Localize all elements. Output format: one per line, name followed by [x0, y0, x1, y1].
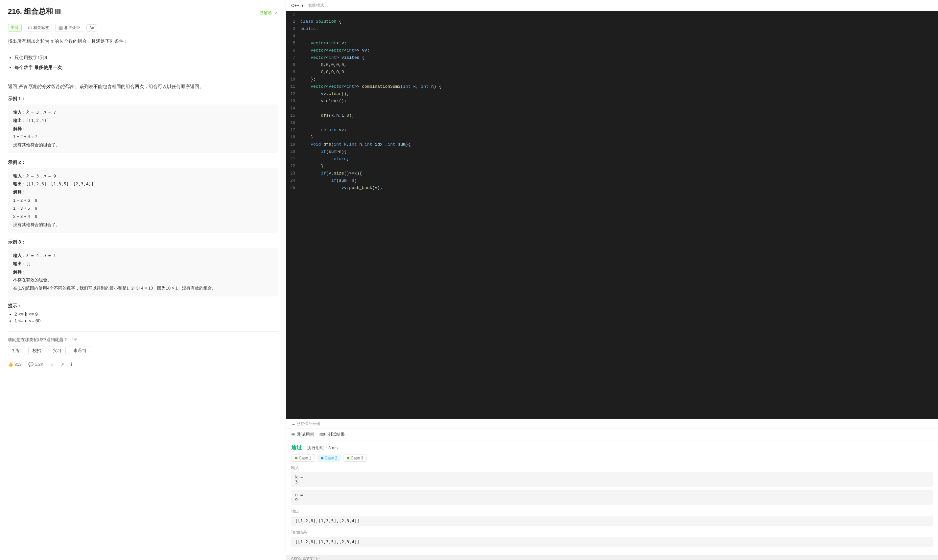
footer-stats: 👍 813 💬 1.2K ☆ ↗ ℹ [8, 362, 278, 367]
output-box: [[1,2,6],[1,3,5],[2,3,4]] [291, 515, 933, 526]
code-line-23: 23 if(v.size()>=k){ [286, 170, 938, 177]
company-button[interactable]: 🏢 相关企业 [55, 24, 83, 32]
comments-count: 1.2K [35, 362, 44, 367]
font-label: Aα [89, 26, 94, 30]
test-content: 通过 执行用时：3 ms Case 1 Case 2 Case 3 [286, 440, 938, 555]
code-line-13: 13 v.clear(); [286, 98, 938, 105]
example-3-explanation-2: 在[1,9]范围内使用4个不同的数字，我们可以得到的最小和是1+2+3+4 = … [13, 284, 272, 292]
hints-title: 提示： [8, 303, 278, 309]
case-tab-2[interactable]: Case 2 [317, 454, 340, 462]
survey-option-2[interactable]: 校招 [28, 346, 45, 355]
mode-btn[interactable]: 智能模式 [308, 3, 324, 8]
return-desc: 返回 所有可能的有效组合的列表 。该列表不能包含相同的组合两次，组合可以以任何顺… [8, 83, 278, 91]
case-1-dot [295, 457, 297, 460]
example-3: 示例 3： 输入：k = 4，n = 1 输出：[] 解释： 不存在有效的组合。… [8, 239, 278, 296]
desc-main: 找出所有相加之和为 n 的 k 个数的组合，且满足下列条件： [8, 37, 278, 45]
input-section: 输入 k = 3 n = 9 [291, 465, 933, 505]
case-tab-1[interactable]: Case 1 [291, 454, 315, 462]
hints-list: 2 <= k <= 9 1 <= n <= 60 [14, 312, 278, 323]
survey-option-4[interactable]: 未遇到 [69, 346, 91, 355]
example-1: 示例 1： 输入：k = 3，n = 7 输出：[[1,2,4]] 解释： 1 … [8, 96, 278, 153]
code-line-25: 25 vv.push_back(v); [286, 185, 938, 192]
info-icon: ℹ [71, 362, 72, 367]
case-3-label: Case 3 [351, 456, 363, 460]
case-tab-3[interactable]: Case 3 [343, 454, 367, 462]
code-line-20: 20 if(sum>n){ [286, 149, 938, 156]
editor-header: C++ ▾ 智能模式 [286, 0, 938, 11]
code-line-24: 24 if(sum==n) [286, 177, 938, 185]
info-stat[interactable]: ℹ [71, 362, 72, 367]
hint-1: 2 <= k <= 9 [14, 312, 278, 317]
condition-1: 只使用数字1到9 [14, 54, 278, 62]
code-line-19: 19 void dfs(int k,int n,int idx ,int sum… [286, 141, 938, 149]
survey-option-3[interactable]: 实习 [49, 346, 66, 355]
code-line-16: 16 [286, 120, 938, 127]
likes-stat[interactable]: 👍 813 [8, 362, 22, 367]
thumbs-up-icon: 👍 [8, 362, 13, 367]
expected-section: 预期结果 [[1,2,6],[1,3,5],[2,3,4]] [291, 530, 933, 547]
example-1-explanation-1: 1 + 2 + 4 = 7 [13, 133, 272, 141]
code-line-7: 7 vector<int> visited={ [286, 55, 938, 62]
comment-icon: 💬 [28, 362, 34, 367]
n-box: n = 9 [291, 490, 933, 505]
problem-header: 216. 组合总和 III 已解答 ✓ [8, 6, 278, 20]
code-line-8: 8 0,0,0,0,0, [286, 62, 938, 69]
share-icon: ↗ [60, 362, 64, 367]
survey-option-1[interactable]: 社招 [8, 346, 25, 355]
exec-time: 执行用时：3 ms [307, 445, 338, 451]
case-1-label: Case 1 [299, 456, 311, 460]
star-stat[interactable]: ☆ [50, 362, 54, 367]
result-row: 通过 执行用时：3 ms [291, 444, 933, 451]
pass-badge: 通过 [291, 444, 302, 451]
input-label: 输入 [291, 465, 933, 471]
attribution: CSDN @某某用户 [291, 556, 320, 560]
example-1-title: 示例 1： [8, 96, 278, 102]
checklist-icon: ☰ [291, 432, 295, 437]
test-cases-label: 测试用例 [297, 431, 314, 437]
case-tabs: Case 1 Case 2 Case 3 [291, 454, 933, 462]
code-line-10: 10 }; [286, 76, 938, 83]
cloud-icon: ☁ [291, 422, 295, 426]
problem-panel: 216. 组合总和 III 已解答 ✓ 中等 🏷 相关标签 🏢 相关企业 Aα … [0, 0, 286, 560]
conditions-list: 只使用数字1到9 每个数字 最多使用一次 [14, 54, 278, 71]
example-3-output: 输出：[] [13, 260, 272, 268]
code-area: 1 2 class Solution { 3 public: 4 5 vecto… [286, 11, 938, 192]
code-line-18: 18 } [286, 134, 938, 141]
code-line-2: 2 class Solution { [286, 18, 938, 26]
expected-box: [[1,2,6],[1,3,5],[2,3,4]] [291, 537, 933, 547]
survey-page: 1/5 [72, 337, 78, 342]
language-selector[interactable]: C++ ▾ 智能模式 [291, 3, 324, 8]
code-editor[interactable]: 1 2 class Solution { 3 public: 4 5 vecto… [286, 11, 938, 419]
bold-condition: 最多使用一次 [34, 65, 62, 70]
expected-label: 预期结果 [291, 530, 933, 535]
comments-stat[interactable]: 💬 1.2K [28, 362, 44, 367]
example-1-box: 输入：k = 3，n = 7 输出：[[1,2,4]] 解释： 1 + 2 + … [8, 105, 278, 153]
case-3-dot [347, 457, 349, 460]
company-label: 相关企业 [65, 25, 80, 31]
problem-title: 216. 组合总和 III [8, 6, 61, 17]
k-value: 3 [295, 480, 929, 485]
output-value: [[1,2,6],[1,3,5],[2,3,4]] [295, 518, 360, 523]
example-2-explanation-title: 解释： [13, 188, 272, 197]
example-3-title: 示例 3： [8, 239, 278, 245]
share-stat[interactable]: ↗ [60, 362, 64, 367]
output-section: 输出 [[1,2,6],[1,3,5],[2,3,4]] [291, 509, 933, 526]
font-button[interactable]: Aα [86, 24, 97, 32]
tags-button[interactable]: 🏷 相关标签 [25, 24, 52, 32]
solved-label: 已解答 [259, 10, 272, 16]
example-2-title: 示例 2： [8, 160, 278, 166]
code-line-3: 3 public: [286, 26, 938, 33]
editor-footer: ☁ 已存储至云端 [286, 419, 938, 429]
hints-section: 提示： 2 <= k <= 9 1 <= n <= 60 [8, 303, 278, 323]
tab-test-cases[interactable]: ☰ 测试用例 [291, 431, 314, 437]
tab-test-results[interactable]: ⌨ 测试结果 [320, 431, 345, 437]
return-italic: 所有可能的有效组合的列表 [18, 84, 74, 89]
code-line-17: 17 return vv; [286, 127, 938, 134]
code-line-4: 4 [286, 33, 938, 40]
tags-label: 相关标签 [33, 25, 49, 31]
example-3-explanation-title: 解释： [13, 268, 272, 276]
solved-badge: 已解答 ✓ [259, 10, 278, 16]
example-3-explanation-1: 不存在有效的组合。 [13, 276, 272, 284]
problem-description: 找出所有相加之和为 n 的 k 个数的组合，且满足下列条件： 只使用数字1到9 … [8, 37, 278, 91]
case-2-dot [321, 457, 323, 460]
